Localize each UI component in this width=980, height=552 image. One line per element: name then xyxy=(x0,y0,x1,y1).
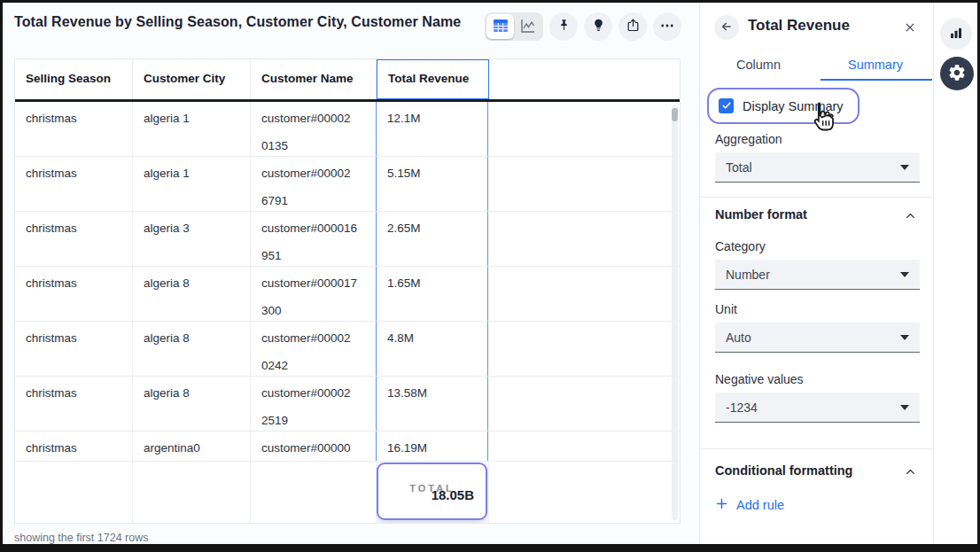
settings-button[interactable] xyxy=(940,57,974,90)
unit-dropdown[interactable]: Auto xyxy=(715,323,920,353)
view-toggle xyxy=(485,12,543,41)
share-icon xyxy=(626,18,641,35)
more-ellipsis-icon xyxy=(659,18,675,36)
display-summary-option[interactable]: Display Summary xyxy=(707,88,859,124)
panel-tabs: Column Summary xyxy=(700,51,934,81)
chevron-down-icon xyxy=(900,272,909,277)
tab-summary[interactable]: Summary xyxy=(817,51,934,81)
column-header[interactable]: Customer Name xyxy=(251,59,377,99)
arrow-left-icon xyxy=(719,19,734,36)
plus-icon xyxy=(715,497,728,513)
cell-customer-city[interactable]: algeria 8 xyxy=(133,267,251,321)
table-view-button[interactable] xyxy=(486,14,514,39)
cell-selling-season[interactable]: christmas xyxy=(15,377,133,431)
total-value: 18.05B xyxy=(432,481,474,509)
cell-total-revenue[interactable]: 5.15M xyxy=(376,157,488,211)
summary-cell xyxy=(489,462,680,523)
cell-customer-name[interactable]: customer#000020242 xyxy=(251,322,377,376)
negative-values-label: Negative values xyxy=(715,372,804,386)
aggregation-dropdown[interactable]: Total xyxy=(715,152,920,183)
cell-selling-season[interactable]: christmas xyxy=(15,267,133,321)
unit-value: Auto xyxy=(726,330,900,345)
table-row[interactable]: christmasalgeria 3customer#0000169512.65… xyxy=(15,212,680,267)
cell-total-revenue[interactable]: 4.8M xyxy=(376,322,488,376)
display-summary-checkbox[interactable] xyxy=(719,98,734,113)
close-icon xyxy=(904,21,916,36)
column-header[interactable]: Total Revenue xyxy=(377,59,489,99)
cell-customer-city[interactable]: algeria 1 xyxy=(133,157,251,211)
chevron-down-icon xyxy=(900,165,909,170)
cell-filler xyxy=(488,322,680,376)
more-options-button[interactable] xyxy=(653,12,681,41)
cell-selling-season[interactable]: christmas xyxy=(15,157,133,211)
table-row[interactable]: christmasalgeria 8customer#0000173001.65… xyxy=(15,267,680,322)
back-button[interactable] xyxy=(714,15,739,40)
cell-customer-name[interactable]: customer#000016951 xyxy=(251,212,377,266)
panel-title: Total Revenue xyxy=(748,17,850,35)
chart-config-button[interactable] xyxy=(940,18,972,50)
table-row[interactable]: christmasalgeria 8customer#00002251913.5… xyxy=(15,377,680,431)
bar-chart-icon xyxy=(948,25,964,43)
cell-filler xyxy=(488,212,680,266)
table-body: christmasalgeria 1customer#00002013512.1… xyxy=(15,102,680,462)
unit-label: Unit xyxy=(715,302,737,316)
negative-values-value: -1234 xyxy=(726,400,900,415)
collapse-conditional-formatting-button[interactable] xyxy=(905,465,916,481)
number-format-title: Number format xyxy=(715,207,807,222)
table-row[interactable]: christmasalgeria 1customer#00002013512.1… xyxy=(15,102,680,157)
cell-filler xyxy=(488,377,680,431)
insights-button[interactable] xyxy=(584,12,612,41)
cell-customer-name[interactable]: customer#000017300 xyxy=(251,267,377,321)
chevron-up-icon xyxy=(905,465,916,480)
tab-column[interactable]: Column xyxy=(700,51,817,81)
cell-customer-name[interactable]: customer#000026791 xyxy=(251,157,377,211)
cell-total-revenue[interactable]: 13.58M xyxy=(376,377,488,431)
category-label: Category xyxy=(715,239,766,253)
cell-total-revenue[interactable]: 1.65M xyxy=(376,267,488,321)
chart-view-button[interactable] xyxy=(514,14,541,39)
cell-filler xyxy=(488,157,680,211)
add-rule-button[interactable]: Add rule xyxy=(715,497,784,513)
chart-view-icon xyxy=(520,18,536,36)
table-row[interactable]: christmasalgeria 1customer#0000267915.15… xyxy=(15,157,680,212)
vertical-scrollbar[interactable] xyxy=(672,105,678,520)
summary-cell xyxy=(15,462,133,523)
cell-total-revenue[interactable]: 12.1M xyxy=(376,102,488,156)
cell-filler xyxy=(488,102,680,156)
collapse-number-format-button[interactable] xyxy=(905,209,916,225)
cell-customer-city[interactable]: argentina0 xyxy=(133,431,251,461)
cell-filler xyxy=(488,431,680,461)
close-panel-button[interactable] xyxy=(898,17,922,40)
cell-customer-name[interactable]: customer#00000 xyxy=(251,431,377,461)
cell-selling-season[interactable]: christmas xyxy=(15,431,133,461)
category-dropdown[interactable]: Number xyxy=(715,260,920,290)
cell-selling-season[interactable]: christmas xyxy=(15,102,133,156)
scrollbar-thumb[interactable] xyxy=(672,108,678,121)
table-row[interactable]: christmasalgeria 8customer#0000202424.8M xyxy=(15,322,680,377)
cell-customer-city[interactable]: algeria 8 xyxy=(133,322,251,376)
cell-total-revenue[interactable]: 16.19M xyxy=(376,431,488,461)
pin-button[interactable] xyxy=(549,12,578,41)
section-divider xyxy=(700,448,934,449)
column-settings-panel: Total Revenue Column Summary Display Sum… xyxy=(699,3,933,544)
negative-values-dropdown[interactable]: -1234 xyxy=(715,393,920,423)
column-header[interactable]: Selling Season xyxy=(15,59,133,99)
category-value: Number xyxy=(726,268,900,282)
cell-customer-name[interactable]: customer#000022519 xyxy=(251,377,377,431)
total-summary-box[interactable]: TOTAL 18.05B xyxy=(377,463,487,520)
cell-customer-city[interactable]: algeria 1 xyxy=(133,102,251,156)
row-count-status: showing the first 1724 rows xyxy=(14,532,148,544)
table-row[interactable]: christmasargentina0customer#0000016.19M xyxy=(15,431,680,462)
cell-customer-name[interactable]: customer#000020135 xyxy=(251,102,377,156)
cell-customer-city[interactable]: algeria 8 xyxy=(133,377,251,431)
cell-customer-city[interactable]: algeria 3 xyxy=(133,212,251,266)
cell-selling-season[interactable]: christmas xyxy=(15,322,133,376)
section-divider xyxy=(700,197,934,198)
cell-total-revenue[interactable]: 2.65M xyxy=(376,212,488,266)
lightbulb-icon xyxy=(591,18,606,35)
column-header[interactable] xyxy=(489,59,680,99)
cell-selling-season[interactable]: christmas xyxy=(15,212,133,266)
aggregation-label: Aggregation xyxy=(715,132,782,146)
share-button[interactable] xyxy=(618,12,647,41)
column-header[interactable]: Customer City xyxy=(133,59,251,99)
